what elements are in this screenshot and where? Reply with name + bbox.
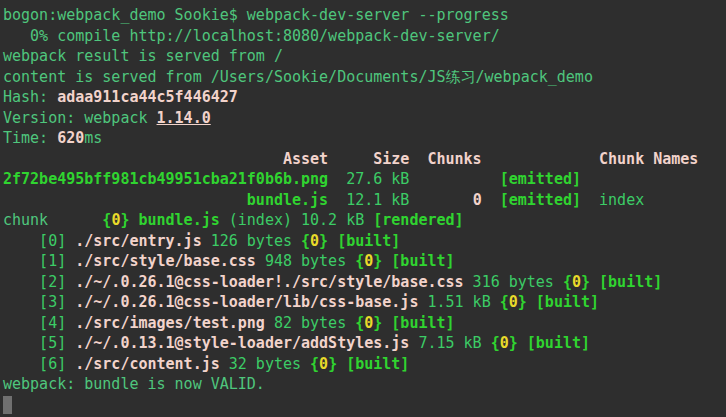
terminal-text	[328, 170, 346, 188]
terminal-text: webpack result is served from /	[3, 47, 283, 65]
terminal-text: ./~/.0.26.1@css-loader/lib/css-base.js	[75, 293, 418, 311]
terminal-text: } [built]	[518, 293, 599, 311]
terminal-line: content is served from /Users/Sookie/Doc…	[3, 67, 726, 88]
terminal-text: 27.6 kB	[346, 170, 409, 188]
terminal-text: ./~/.0.26.1@css-loader!./src/style/base.…	[75, 273, 463, 291]
terminal-text: [rendered]	[373, 211, 463, 229]
terminal-text: adaa911ca44c5f446427	[57, 88, 238, 106]
terminal-text	[409, 191, 472, 209]
terminal-text: 7.15 kB	[409, 334, 490, 352]
terminal-text	[328, 191, 346, 209]
terminal-text: }	[120, 211, 138, 229]
terminal-line: Asset Size Chunks Chunk Names	[3, 149, 726, 170]
terminal-line: chunk {0} bundle.js (index) 10.2 kB [ren…	[3, 210, 726, 231]
terminal-text: index	[599, 191, 644, 209]
terminal-text: webpack: bundle is now VALID.	[3, 375, 265, 393]
terminal-text: 32 bytes	[220, 355, 310, 373]
terminal-text: Asset Size Chunks Chunk Names	[3, 150, 698, 168]
terminal-line: Version: webpack 1.14.0	[3, 108, 726, 129]
terminal-line: Time: 620ms	[3, 128, 726, 149]
terminal-line: [0] ./src/entry.js 126 bytes {0} [built]	[3, 231, 726, 252]
terminal-text: {	[491, 334, 500, 352]
terminal-text: 0	[473, 191, 482, 209]
terminal-line: [4] ./src/images/test.png 82 bytes {0} […	[3, 313, 726, 334]
terminal-text: {	[500, 293, 509, 311]
terminal-text: [emitted]	[500, 170, 581, 188]
terminal-text: } [built]	[581, 273, 662, 291]
terminal-text: 620	[57, 129, 84, 147]
terminal-text: ./src/content.js	[75, 355, 220, 373]
terminal-line: bundle.js 12.1 kB 0 [emitted] index	[3, 190, 726, 211]
terminal-text: 82 bytes	[265, 314, 355, 332]
terminal-text	[3, 191, 247, 209]
terminal-text: 316 bytes	[464, 273, 563, 291]
terminal-text: (index) 10.2 kB	[220, 211, 374, 229]
terminal-text: [emitted]	[500, 191, 581, 209]
terminal-text	[409, 170, 499, 188]
terminal-text: } [built]	[373, 314, 454, 332]
terminal-text: content is served from /Users/Sookie/Doc…	[3, 68, 593, 86]
terminal-line: webpack: bundle is now VALID.	[3, 374, 726, 395]
terminal-text: ./src/entry.js	[75, 232, 201, 250]
terminal-text: {	[563, 273, 572, 291]
terminal-text: {	[310, 355, 319, 373]
terminal-line	[3, 395, 726, 416]
terminal-text: {	[355, 252, 364, 270]
terminal-line: [6] ./src/content.js 32 bytes {0} [built…	[3, 354, 726, 375]
terminal-text: } [built]	[509, 334, 590, 352]
terminal-text: } [built]	[373, 252, 454, 270]
terminal-text: 126 bytes	[202, 232, 301, 250]
terminal-text: Version: webpack	[3, 109, 157, 127]
terminal-text: Time:	[3, 129, 57, 147]
terminal-line: 2f72be495bff981cb49951cba21f0b6b.png 27.…	[3, 169, 726, 190]
terminal-text: bogon:webpack_demo Sookie$ webpack-dev-s…	[3, 6, 509, 24]
terminal-line: [3] ./~/.0.26.1@css-loader/lib/css-base.…	[3, 292, 726, 313]
terminal-text: [6]	[3, 355, 75, 373]
terminal-text: 0	[364, 314, 373, 332]
terminal-text	[581, 191, 599, 209]
terminal-line: 0% compile http://localhost:8080/webpack…	[3, 26, 726, 47]
terminal-text: ./~/.0.13.1@style-loader/addStyles.js	[75, 334, 409, 352]
terminal-text: 0% compile http://localhost:8080/webpack…	[3, 27, 500, 45]
terminal-window[interactable]: bogon:webpack_demo Sookie$ webpack-dev-s…	[0, 0, 726, 417]
terminal-text: } [built]	[319, 232, 400, 250]
terminal-text: 948 bytes	[256, 252, 355, 270]
terminal-text: 0	[509, 293, 518, 311]
terminal-text: 0	[319, 355, 328, 373]
terminal-text: chunk	[3, 211, 102, 229]
terminal-text: 0	[500, 334, 509, 352]
terminal-cursor	[3, 396, 12, 414]
terminal-line: bogon:webpack_demo Sookie$ webpack-dev-s…	[3, 5, 726, 26]
terminal-text: {	[355, 314, 364, 332]
terminal-text: ./src/images/test.png	[75, 314, 265, 332]
terminal-text: [1]	[3, 252, 75, 270]
terminal-text: 0	[364, 252, 373, 270]
terminal-text: [3]	[3, 293, 75, 311]
terminal-text: 0	[310, 232, 319, 250]
terminal-output: bogon:webpack_demo Sookie$ webpack-dev-s…	[3, 5, 726, 415]
terminal-text: Hash:	[3, 88, 57, 106]
terminal-line: [1] ./src/style/base.css 948 bytes {0} […	[3, 251, 726, 272]
terminal-text: 0	[572, 273, 581, 291]
terminal-text: 1.51 kB	[418, 293, 499, 311]
terminal-text: bundle.js	[247, 191, 328, 209]
terminal-text: ms	[84, 129, 102, 147]
terminal-text: 2f72be495bff981cb49951cba21f0b6b.png	[3, 170, 328, 188]
terminal-text: [2]	[3, 273, 75, 291]
terminal-line: [2] ./~/.0.26.1@css-loader!./src/style/b…	[3, 272, 726, 293]
terminal-line: webpack result is served from /	[3, 46, 726, 67]
terminal-text: bundle.js	[138, 211, 219, 229]
terminal-text: [4]	[3, 314, 75, 332]
terminal-line: [5] ./~/.0.13.1@style-loader/addStyles.j…	[3, 333, 726, 354]
terminal-text: } [built]	[328, 355, 409, 373]
terminal-line: Hash: adaa911ca44c5f446427	[3, 87, 726, 108]
terminal-text: [0]	[3, 232, 75, 250]
terminal-text: {	[301, 232, 310, 250]
terminal-text: ./src/style/base.css	[75, 252, 256, 270]
terminal-text	[482, 191, 500, 209]
terminal-text: 1.14.0	[157, 109, 211, 127]
terminal-text: 12.1 kB	[346, 191, 409, 209]
terminal-text: [5]	[3, 334, 75, 352]
